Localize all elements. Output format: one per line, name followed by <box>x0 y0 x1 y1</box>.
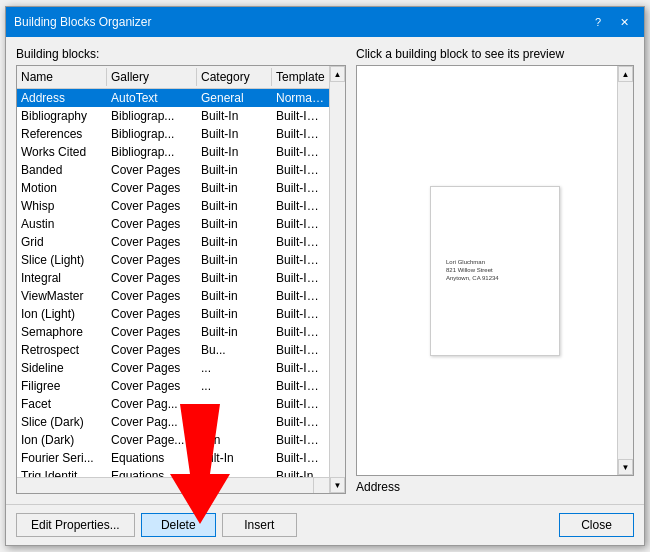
cell-name: References <box>17 126 107 142</box>
cell-gallery: Cover Pages <box>107 342 197 358</box>
cell-template: Built-In Buil... <box>272 144 329 160</box>
cell-name: Slice (Light) <box>17 252 107 268</box>
cell-template: Built-In Buil... <box>272 396 329 412</box>
cell-name: Address <box>17 90 107 106</box>
cell-gallery: Cover Pages <box>107 180 197 196</box>
close-button[interactable]: Close <box>559 513 634 537</box>
cell-gallery: Equations <box>107 468 197 477</box>
preview-scrollbar[interactable]: ▲ ▼ <box>617 66 633 475</box>
cell-name: Banded <box>17 162 107 178</box>
preview-scroll-down[interactable]: ▼ <box>618 459 633 475</box>
col-header-category[interactable]: Category <box>197 68 272 86</box>
edit-properties-button[interactable]: Edit Properties... <box>16 513 135 537</box>
table-header: Name Gallery Category Template <box>17 66 329 89</box>
delete-button[interactable]: Delete <box>141 513 216 537</box>
cell-category: Built-in <box>197 306 272 322</box>
right-panel: Click a building block to see its previe… <box>356 47 634 494</box>
cell-gallery: Cover Pages <box>107 360 197 376</box>
table-body[interactable]: Address AutoText General Normal.dotm Bib… <box>17 89 329 477</box>
cell-template: Built-In... <box>272 468 329 477</box>
insert-button[interactable]: Insert <box>222 513 297 537</box>
cell-template: Normal.dotm <box>272 90 329 106</box>
cell-name: Works Cited <box>17 144 107 160</box>
cell-name: Fourier Seri... <box>17 450 107 466</box>
vertical-scrollbar[interactable]: ▲ ▼ <box>329 66 345 493</box>
scroll-down-button[interactable]: ▼ <box>330 477 345 493</box>
table-row[interactable]: Fourier Seri... Equations ...ilt-In Buil… <box>17 449 329 467</box>
btn-group-right: Close <box>559 513 634 537</box>
cell-gallery: Cover Pages <box>107 198 197 214</box>
col-header-gallery[interactable]: Gallery <box>107 68 197 86</box>
building-blocks-label: Building blocks: <box>16 47 346 61</box>
title-bar: Building Blocks Organizer ? ✕ <box>6 7 644 37</box>
cell-name: Austin <box>17 216 107 232</box>
cell-category: Built-in <box>197 216 272 232</box>
h-scroll-track[interactable] <box>17 478 313 493</box>
scroll-up-button[interactable]: ▲ <box>330 66 345 82</box>
help-button[interactable]: ? <box>586 12 610 32</box>
cell-template: Built-In Buil... <box>272 180 329 196</box>
scroll-corner <box>313 478 329 493</box>
table-row[interactable]: Retrospect Cover Pages Bu... Built-In Bu… <box>17 341 329 359</box>
table-row[interactable]: Ion (Dark) Cover Page... ...in Built-In … <box>17 431 329 449</box>
cell-name: Whisp <box>17 198 107 214</box>
cell-template: Built-In Buil... <box>272 432 329 448</box>
preview-box: Lori Gluchman 821 Willow Street Anytown,… <box>356 65 634 476</box>
preview-scroll-track[interactable] <box>618 82 633 459</box>
table-row[interactable]: Facet Cover Pag... ... Built-In Buil... <box>17 395 329 413</box>
table-row[interactable]: Whisp Cover Pages Built-in Built-In Buil… <box>17 197 329 215</box>
cell-gallery: Equations <box>107 450 197 466</box>
table-row[interactable]: Sideline Cover Pages ... Built-In Buil..… <box>17 359 329 377</box>
table-row[interactable]: Ion (Light) Cover Pages Built-in Built-I… <box>17 305 329 323</box>
close-window-button[interactable]: ✕ <box>612 12 636 32</box>
cell-category: Built-in <box>197 270 272 286</box>
table-wrapper: Name Gallery Category Template Address A… <box>16 65 346 494</box>
scroll-track[interactable] <box>330 82 345 477</box>
cell-name: Facet <box>17 396 107 412</box>
preview-scroll-up[interactable]: ▲ <box>618 66 633 82</box>
btn-group-left: Edit Properties... Delete Insert <box>16 513 297 537</box>
table-row[interactable]: Semaphore Cover Pages Built-in Built-In … <box>17 323 329 341</box>
cell-name: Integral <box>17 270 107 286</box>
cell-name: Ion (Light) <box>17 306 107 322</box>
preview-line-3: Anytown, CA 91234 <box>446 275 544 281</box>
table-row[interactable]: Trig Identit... Equations ... Built-In..… <box>17 467 329 477</box>
table-row[interactable]: Slice (Light) Cover Pages Built-in Built… <box>17 251 329 269</box>
cell-name: Ion (Dark) <box>17 432 107 448</box>
cell-template: Built-In Buil... <box>272 414 329 430</box>
cell-category: ... <box>197 414 272 430</box>
table-row[interactable]: Grid Cover Pages Built-in Built-In Buil.… <box>17 233 329 251</box>
col-header-name[interactable]: Name <box>17 68 107 86</box>
cell-gallery: Bibliograp... <box>107 108 197 124</box>
table-row[interactable]: Works Cited Bibliograp... Built-In Built… <box>17 143 329 161</box>
cell-template: Built-In Buil... <box>272 108 329 124</box>
col-header-template[interactable]: Template <box>272 68 329 86</box>
horizontal-scrollbar[interactable] <box>17 477 329 493</box>
cell-category: Built-in <box>197 324 272 340</box>
cell-template: Built-In Buil... <box>272 216 329 232</box>
cell-name: Motion <box>17 180 107 196</box>
table-row[interactable]: Filigree Cover Pages ... Built-In Buil..… <box>17 377 329 395</box>
table-row[interactable]: ViewMaster Cover Pages Built-in Built-In… <box>17 287 329 305</box>
cell-gallery: Cover Pages <box>107 162 197 178</box>
table-row[interactable]: Integral Cover Pages Built-in Built-In B… <box>17 269 329 287</box>
cell-name: Sideline <box>17 360 107 376</box>
cell-name: Bibliography <box>17 108 107 124</box>
left-panel: Building blocks: Name Gallery Category T… <box>16 47 346 494</box>
cell-category: ... <box>197 468 272 477</box>
table-row[interactable]: Slice (Dark) Cover Pag... ... Built-In B… <box>17 413 329 431</box>
cell-category: ...ilt-In <box>197 450 272 466</box>
cell-category: General <box>197 90 272 106</box>
table-row[interactable]: Banded Cover Pages Built-in Built-In Bui… <box>17 161 329 179</box>
table-row[interactable]: Austin Cover Pages Built-in Built-In Bui… <box>17 215 329 233</box>
table-row[interactable]: Bibliography Bibliograp... Built-In Buil… <box>17 107 329 125</box>
cell-category: Built-in <box>197 162 272 178</box>
table-inner: Name Gallery Category Template Address A… <box>17 66 329 493</box>
table-row[interactable]: Address AutoText General Normal.dotm <box>17 89 329 107</box>
table-row[interactable]: Motion Cover Pages Built-in Built-In Bui… <box>17 179 329 197</box>
title-bar-left: Building Blocks Organizer <box>14 15 151 29</box>
cell-gallery: Cover Pages <box>107 324 197 340</box>
table-row[interactable]: References Bibliograp... Built-In Built-… <box>17 125 329 143</box>
cell-template: Built-In Buil... <box>272 360 329 376</box>
preview-line-1: Lori Gluchman <box>446 259 544 265</box>
